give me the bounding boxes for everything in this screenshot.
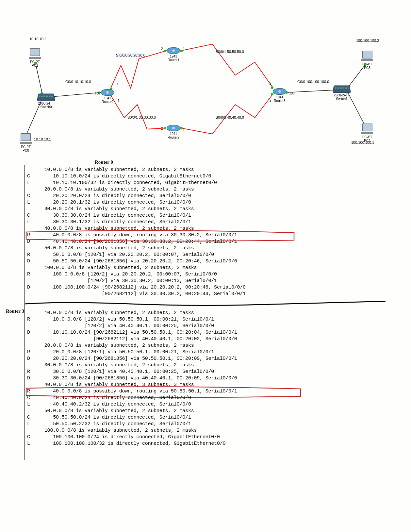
link-label-s001: S0/0/1 30.30.30.0 (127, 115, 156, 119)
switch-icon (333, 85, 351, 93)
device-switch0[interactable]: 2960-24TTSwitch0 (38, 93, 55, 109)
ip-pc2: 100.100.100.1 (351, 141, 374, 144)
router-icon (167, 47, 180, 54)
port-r2-left: 2 (161, 127, 163, 130)
device-name: PC3 (364, 66, 370, 70)
device-router2[interactable]: 1941Router2 (167, 125, 180, 139)
svg-point-15 (164, 127, 166, 129)
device-name: Router1 (168, 58, 179, 62)
device-name: PC1 (32, 64, 38, 67)
device-name: Router0 (102, 100, 113, 104)
ip-pc1: 10.10.10.2 (29, 37, 46, 41)
router-icon (273, 88, 287, 95)
port-100-r0: 100 (95, 91, 100, 95)
pc-icon (29, 48, 41, 59)
device-type: PC-PT (21, 145, 31, 149)
router3-heading: Router 3 (6, 308, 24, 314)
device-type: PC-PT (30, 60, 40, 64)
router0-heading: Router 0 (95, 159, 113, 165)
device-pc0[interactable]: PC-PTPC0 (20, 133, 32, 152)
svg-line-0 (36, 64, 42, 95)
device-pc2[interactable]: PC-PTPC2 (361, 124, 373, 142)
router3-table: 10.0.0.0/8 is variably subnetted, 2 subn… (27, 310, 237, 447)
device-type: 1941 (276, 95, 283, 99)
svg-point-13 (164, 50, 166, 52)
device-router3[interactable]: 1941Router3 (273, 88, 287, 103)
device-name: PC0 (23, 149, 29, 152)
svg-point-16 (180, 50, 183, 52)
port-r0-top: 1 (116, 82, 118, 86)
port-r1-right: 1 (183, 47, 185, 51)
ip-pc0: 10.10.10.1 (34, 137, 51, 141)
port-r2-right: 1 (183, 128, 185, 132)
router-icon (167, 125, 180, 131)
device-router1[interactable]: 1941Router1 (167, 47, 180, 62)
device-type: 1941 (104, 96, 111, 100)
device-name: Switch1 (336, 97, 347, 101)
svg-point-18 (180, 127, 183, 129)
device-name: Router2 (168, 136, 179, 139)
router0-table: 10.0.0.0/8 is variably subnetted, 2 subn… (27, 167, 246, 297)
port-100-r3: 100 (289, 91, 295, 95)
device-type: 2960-24TT (38, 102, 54, 105)
switch-icon (37, 93, 55, 101)
topology-links (0, 0, 411, 157)
device-switch1[interactable]: 2960-24TTSwitch1 (333, 85, 350, 101)
svg-line-2 (52, 92, 101, 97)
device-type: PC-PT (362, 62, 372, 66)
link-label-g00-right: G0/0 100.100.100.0 (297, 80, 329, 84)
port-r3-top: 2 (270, 82, 271, 85)
device-pc3[interactable]: PC-PTPC3 (361, 51, 373, 70)
port-r3-bot: 2 (270, 99, 271, 102)
device-router0[interactable]: 1941Router0 (101, 89, 114, 104)
link-label-s000: S 0/0/0 20.20.20.0 (116, 53, 145, 57)
ip-pc3: 100.100.100.2 (356, 39, 379, 42)
device-type: PC-PT (362, 135, 372, 139)
device-pc1[interactable]: PC-PTPC1 (29, 48, 41, 67)
device-type: 1941 (170, 132, 177, 136)
router-icon (101, 89, 114, 96)
pc-icon (20, 133, 32, 144)
port-r0-bot: 1 (118, 99, 120, 103)
link-label-s001-r1r3: S0/0/1 50.50.50.0 (216, 50, 244, 54)
device-type: 1941 (170, 55, 177, 58)
device-name: Router3 (274, 99, 286, 103)
link-label-s000-r2r3: S0/0/0 40.40.40.0 (216, 115, 244, 119)
link-label-g00-left: G0/0 10.10.10.0 (65, 80, 91, 84)
pc-icon (361, 51, 373, 62)
port-r1-left: 2 (161, 47, 163, 51)
device-name: Switch0 (40, 105, 52, 109)
pc-icon (361, 124, 373, 135)
device-type: 2960-24TT (334, 93, 350, 97)
